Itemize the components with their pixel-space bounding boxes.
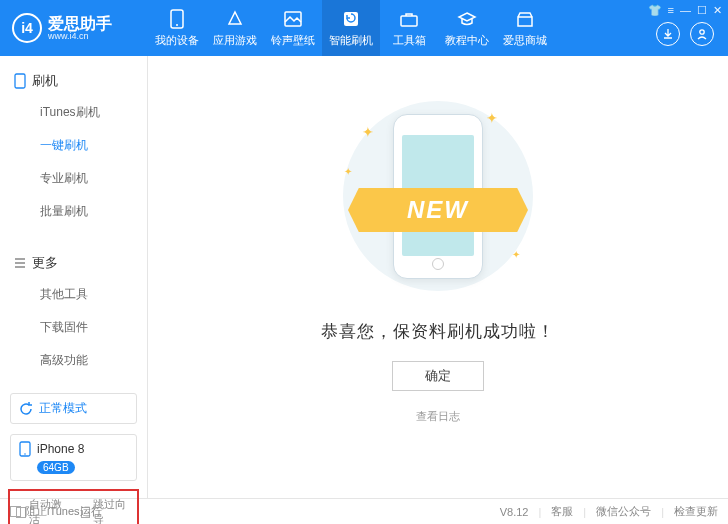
svg-point-8: [24, 453, 26, 455]
support-link[interactable]: 客服: [551, 504, 573, 519]
top-nav: 我的设备 应用游戏 铃声壁纸 智能刷机 工具箱 教程中心 爱思商城: [148, 0, 554, 56]
app-name-en: www.i4.cn: [48, 32, 112, 41]
device-box[interactable]: iPhone 8 64GB: [10, 434, 137, 481]
sidebar-item-batch[interactable]: 批量刷机: [0, 195, 147, 228]
device-name: iPhone 8: [37, 442, 84, 456]
wechat-link[interactable]: 微信公众号: [596, 504, 651, 519]
view-log-link[interactable]: 查看日志: [416, 409, 460, 424]
svg-point-5: [700, 30, 704, 34]
app-header: i4 爱思助手 www.i4.cn 我的设备 应用游戏 铃声壁纸 智能刷机 工具…: [0, 0, 728, 56]
nav-store[interactable]: 爱思商城: [496, 0, 554, 56]
download-button[interactable]: [656, 22, 680, 46]
sidebar-group-flash[interactable]: 刷机: [0, 66, 147, 96]
nav-apps[interactable]: 应用游戏: [206, 0, 264, 56]
confirm-button[interactable]: 确定: [392, 361, 484, 391]
new-ribbon: NEW: [348, 188, 528, 232]
main-content: ✦ ✦ ✦ ✦ NEW 恭喜您，保资料刷机成功啦！ 确定 查看日志: [148, 56, 728, 498]
sidebar-item-other[interactable]: 其他工具: [0, 278, 147, 311]
graduation-icon: [457, 9, 477, 29]
phone-icon: [167, 9, 187, 29]
logo-icon: i4: [12, 13, 42, 43]
app-name-cn: 爱思助手: [48, 16, 112, 32]
storage-badge: 64GB: [37, 461, 75, 474]
refresh-icon: [341, 9, 361, 29]
list-icon: [14, 257, 26, 269]
nav-flash[interactable]: 智能刷机: [322, 0, 380, 56]
sidebar-item-pro[interactable]: 专业刷机: [0, 162, 147, 195]
star-icon: ✦: [486, 110, 498, 126]
version-label: V8.12: [500, 506, 529, 518]
nav-tutorial[interactable]: 教程中心: [438, 0, 496, 56]
device-icon: [19, 441, 31, 457]
nav-toolbox[interactable]: 工具箱: [380, 0, 438, 56]
skin-icon[interactable]: 👕: [648, 4, 662, 17]
mode-box[interactable]: 正常模式: [10, 393, 137, 424]
apps-icon: [225, 9, 245, 29]
minimize-icon[interactable]: —: [680, 4, 691, 17]
user-button[interactable]: [690, 22, 714, 46]
close-icon[interactable]: ✕: [713, 4, 722, 17]
sidebar-item-download[interactable]: 下载固件: [0, 311, 147, 344]
sidebar-item-oneclick[interactable]: 一键刷机: [0, 129, 147, 162]
star-icon: ✦: [362, 124, 374, 140]
image-icon: [283, 9, 303, 29]
sidebar-group-more[interactable]: 更多: [0, 248, 147, 278]
sync-icon: [19, 402, 33, 416]
sidebar-item-advanced[interactable]: 高级功能: [0, 344, 147, 377]
maximize-icon[interactable]: ☐: [697, 4, 707, 17]
sidebar-item-itunes[interactable]: iTunes刷机: [0, 96, 147, 129]
toolbox-icon: [399, 9, 419, 29]
phone-small-icon: [14, 73, 26, 89]
nav-my-device[interactable]: 我的设备: [148, 0, 206, 56]
sidebar: 刷机 iTunes刷机 一键刷机 专业刷机 批量刷机 更多 其他工具 下载固件 …: [0, 56, 148, 498]
success-message: 恭喜您，保资料刷机成功啦！: [321, 320, 555, 343]
star-icon: ✦: [512, 249, 520, 260]
nav-ringtone[interactable]: 铃声壁纸: [264, 0, 322, 56]
svg-rect-4: [401, 16, 417, 26]
store-icon: [515, 9, 535, 29]
svg-rect-6: [15, 74, 25, 88]
menu-icon[interactable]: ≡: [668, 4, 674, 17]
checkbox-block-itunes[interactable]: 阻止iTunes运行: [10, 504, 102, 519]
logo: i4 爱思助手 www.i4.cn: [0, 13, 148, 43]
star-icon: ✦: [344, 166, 352, 177]
svg-point-1: [176, 24, 178, 26]
check-update-link[interactable]: 检查更新: [674, 504, 718, 519]
success-illustration: ✦ ✦ ✦ ✦ NEW: [338, 96, 538, 296]
window-controls: 👕 ≡ — ☐ ✕: [648, 4, 722, 17]
